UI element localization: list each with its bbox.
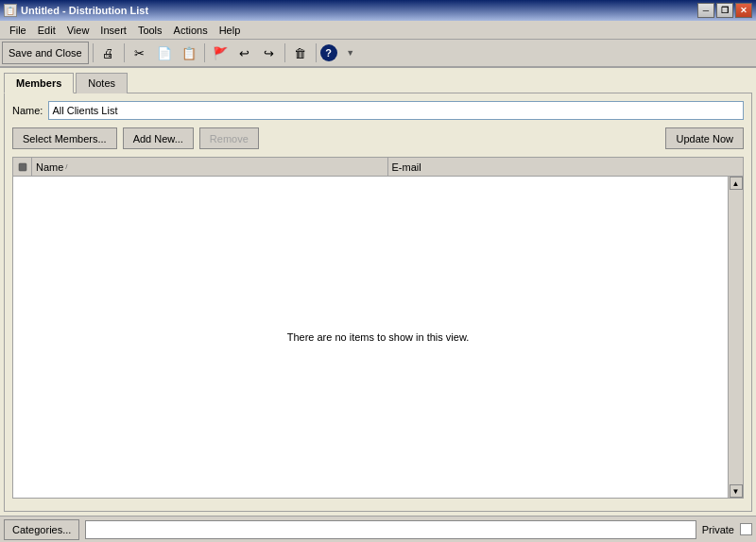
menu-view[interactable]: View: [61, 23, 95, 38]
list-body: There are no items to show in this view.…: [13, 177, 743, 498]
title-bar-left: 📋 Untitled - Distribution List: [4, 4, 148, 17]
menu-insert[interactable]: Insert: [94, 23, 132, 38]
app-icon: 📋: [4, 4, 17, 17]
close-button[interactable]: ✕: [735, 3, 752, 18]
menu-file[interactable]: File: [4, 23, 32, 38]
copy-button[interactable]: 📄: [153, 42, 176, 64]
menu-bar: File Edit View Insert Tools Actions Help: [0, 21, 756, 40]
content-wrapper: Members Notes Name: Select Members... Ad…: [0, 68, 756, 542]
list-header-icon: [13, 158, 32, 177]
name-row: Name:: [12, 101, 744, 120]
minimize-button[interactable]: ─: [697, 3, 714, 18]
private-label: Private: [702, 524, 734, 535]
tab-notes[interactable]: Notes: [76, 73, 128, 93]
expand-button[interactable]: ▼: [339, 42, 362, 64]
undo-button[interactable]: ↩: [233, 42, 256, 64]
name-input[interactable]: [48, 101, 744, 120]
tab-content-members: Name: Select Members... Add New... Remov…: [4, 93, 752, 512]
toolbar-separator-4: [284, 43, 285, 62]
empty-message: There are no items to show in this view.: [287, 331, 470, 343]
add-new-button[interactable]: Add New...: [123, 127, 194, 149]
toolbar: Save and Close 🖨 ✂ 📄 📋 🚩 ↩ ↪ 🗑 ? ▼: [0, 40, 756, 68]
title-bar: 📋 Untitled - Distribution List ─ ❐ ✕: [0, 0, 756, 21]
flag-button[interactable]: 🚩: [209, 42, 232, 64]
toolbar-separator-5: [316, 43, 317, 62]
delete-button[interactable]: 🗑: [289, 42, 312, 64]
toolbar-separator-3: [204, 43, 205, 62]
remove-button[interactable]: Remove: [199, 127, 259, 149]
name-label: Name:: [12, 105, 43, 116]
action-buttons: Select Members... Add New... Remove Upda…: [12, 127, 744, 149]
update-now-button[interactable]: Update Now: [665, 127, 744, 149]
scrollbar: ▲ ▼: [728, 177, 743, 498]
tab-members[interactable]: Members: [4, 73, 74, 93]
select-members-button[interactable]: Select Members...: [12, 127, 117, 149]
menu-actions[interactable]: Actions: [168, 23, 214, 38]
column-email-label: E-mail: [392, 161, 421, 173]
status-field[interactable]: [85, 520, 696, 539]
toolbar-separator-1: [93, 43, 94, 62]
print-button[interactable]: 🖨: [97, 42, 120, 64]
column-name-label: Name: [36, 161, 63, 173]
menu-help[interactable]: Help: [214, 23, 247, 38]
private-checkbox[interactable]: [740, 523, 752, 535]
window-controls: ─ ❐ ✕: [697, 3, 752, 18]
scroll-down-button[interactable]: ▼: [730, 484, 743, 498]
menu-tools[interactable]: Tools: [132, 23, 168, 38]
member-list: Name / E-mail There are no items to show…: [12, 157, 744, 499]
save-close-button[interactable]: Save and Close: [2, 42, 89, 64]
restore-button[interactable]: ❐: [716, 3, 733, 18]
paste-button[interactable]: 📋: [178, 42, 200, 64]
window-title: Untitled - Distribution List: [21, 5, 148, 16]
help-button[interactable]: ?: [320, 44, 337, 61]
toolbar-separator-2: [124, 43, 125, 62]
tabs: Members Notes: [4, 72, 752, 93]
list-header: Name / E-mail: [13, 158, 743, 177]
sort-arrow-icon: /: [65, 162, 67, 171]
bottom-bar: Categories... Private: [0, 516, 756, 542]
cut-button[interactable]: ✂: [129, 42, 151, 64]
redo-button[interactable]: ↪: [258, 42, 281, 64]
contact-icon: [17, 161, 28, 173]
column-name[interactable]: Name /: [32, 158, 388, 176]
svg-rect-0: [19, 163, 26, 171]
categories-button[interactable]: Categories...: [4, 519, 79, 540]
menu-edit[interactable]: Edit: [32, 23, 61, 38]
scroll-up-button[interactable]: ▲: [730, 177, 743, 190]
column-email[interactable]: E-mail: [388, 158, 744, 176]
